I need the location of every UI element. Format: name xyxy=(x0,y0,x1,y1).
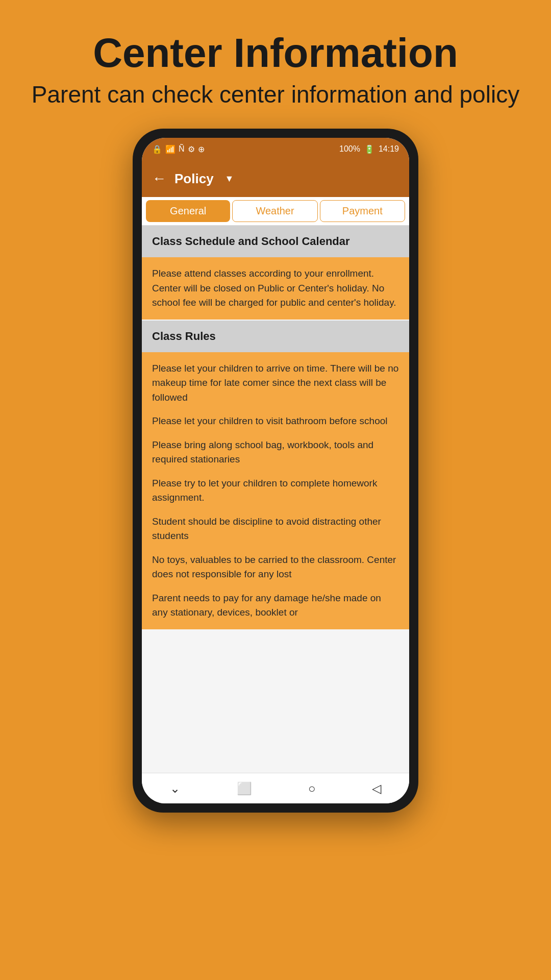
status-right: 100% 🔋 14:19 xyxy=(339,144,399,154)
section-header-class-rules: Class Rules xyxy=(142,321,409,352)
section-header-class-schedule: Class Schedule and School Calendar xyxy=(142,226,409,257)
status-left: 🔒 📶 Ñ ⚙ ⊕ xyxy=(152,144,205,154)
tab-payment[interactable]: Payment xyxy=(320,200,405,222)
extra-icon: ⊕ xyxy=(198,144,205,154)
header-title: Policy xyxy=(174,171,214,187)
nav-chevron-down[interactable]: ⌄ xyxy=(170,781,180,796)
status-bar: 🔒 📶 Ñ ⚙ ⊕ 100% 🔋 14:19 xyxy=(142,138,409,160)
page-header: Center Information Parent can check cent… xyxy=(32,31,519,108)
nav-bar: ⌄ ⬜ ○ ◁ xyxy=(142,773,409,803)
class-rules-text-2: Please let your children to visit bathro… xyxy=(152,414,399,429)
nav-circle[interactable]: ○ xyxy=(308,781,316,796)
section-title-class-rules: Class Rules xyxy=(152,330,216,342)
section-class-schedule: Class Schedule and School Calendar Pleas… xyxy=(142,226,409,320)
nav-square[interactable]: ⬜ xyxy=(237,781,252,796)
class-rules-text-1: Please let your children to arrive on ti… xyxy=(152,361,399,405)
class-rules-text-5: Student should be discipline to avoid di… xyxy=(152,514,399,544)
nav-back-triangle[interactable]: ◁ xyxy=(372,781,381,796)
app-header: ← Policy ▼ xyxy=(142,160,409,197)
class-rules-text-3: Please bring along school bag, workbook,… xyxy=(152,438,399,467)
section-title-class-schedule: Class Schedule and School Calendar xyxy=(152,235,350,248)
class-rules-text-7: Parent needs to pay for any damage he/sh… xyxy=(152,591,399,620)
tabs-container: General Weather Payment xyxy=(142,197,409,226)
section-content-class-rules: Please let your children to arrive on ti… xyxy=(142,352,409,629)
class-rules-text-6: No toys, valuables to be carried to the … xyxy=(152,553,399,582)
signal-icon: Ñ xyxy=(179,144,185,154)
wifi-icon: 📶 xyxy=(165,144,176,154)
dropdown-arrow[interactable]: ▼ xyxy=(225,174,234,184)
phone-frame: 🔒 📶 Ñ ⚙ ⊕ 100% 🔋 14:19 ← Policy ▼ Genera… xyxy=(133,129,418,813)
section-content-class-schedule: Please attend classes according to your … xyxy=(142,257,409,320)
tab-general[interactable]: General xyxy=(146,200,230,222)
time-text: 14:19 xyxy=(379,144,399,154)
phone-screen: 🔒 📶 Ñ ⚙ ⊕ 100% 🔋 14:19 ← Policy ▼ Genera… xyxy=(142,138,409,803)
content-area[interactable]: Class Schedule and School Calendar Pleas… xyxy=(142,226,409,773)
settings-icon: ⚙ xyxy=(188,144,195,154)
page-subtitle: Parent can check center information and … xyxy=(32,81,519,108)
back-button[interactable]: ← xyxy=(152,170,166,187)
class-rules-text-4: Please try to let your children to compl… xyxy=(152,476,399,505)
battery-icon: 🔋 xyxy=(364,144,374,154)
page-title: Center Information xyxy=(32,31,519,76)
class-schedule-text-1: Please attend classes according to your … xyxy=(152,266,399,310)
section-class-rules: Class Rules Please let your children to … xyxy=(142,321,409,629)
lock-icon: 🔒 xyxy=(152,144,162,154)
battery-text: 100% xyxy=(339,144,360,154)
tab-weather[interactable]: Weather xyxy=(232,200,317,222)
